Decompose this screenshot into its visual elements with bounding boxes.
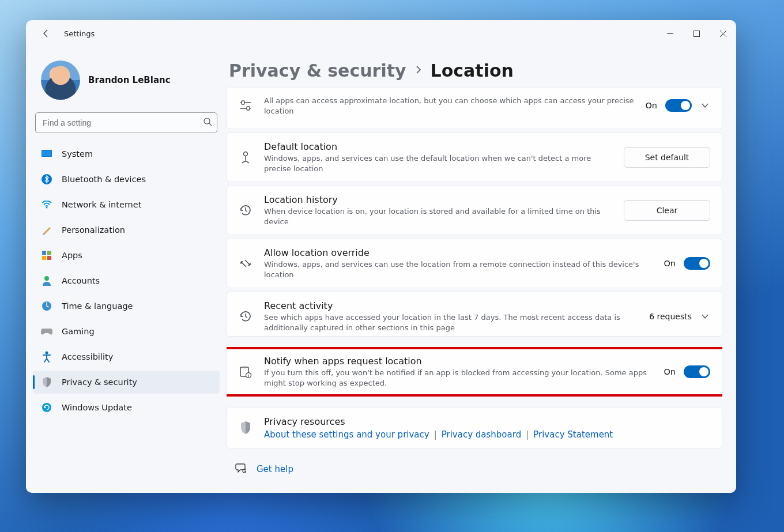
sidebar-item-privacy-security[interactable]: Privacy & security [33, 371, 220, 394]
sidebar-item-time-language[interactable]: Time & language [33, 295, 220, 318]
search-field[interactable] [43, 118, 203, 127]
get-help-link[interactable]: Get help [257, 464, 293, 474]
avatar [41, 61, 80, 100]
svg-rect-8 [42, 256, 46, 260]
sidebar-item-accounts[interactable]: Accounts [33, 269, 220, 292]
card-desc: When device location is on, your locatio… [264, 206, 613, 227]
clear-button[interactable]: Clear [624, 200, 710, 221]
breadcrumb: Privacy & security Location [227, 47, 722, 88]
profile-section[interactable]: Brandon LeBlanc [33, 51, 220, 112]
svg-text:i: i [248, 373, 249, 378]
search-input[interactable] [35, 112, 217, 133]
history-icon [238, 202, 254, 218]
svg-point-16 [244, 152, 248, 156]
person-icon [41, 275, 52, 286]
sidebar-item-personalization[interactable]: Personalization [33, 218, 220, 242]
apps-access-toggle[interactable] [665, 99, 692, 112]
nav-label: Bluetooth & devices [62, 175, 146, 184]
apps-icon [41, 250, 52, 261]
svg-point-1 [204, 118, 210, 124]
shield-icon [238, 420, 254, 436]
card-title: Allow location override [264, 247, 653, 258]
sidebar-item-windows-update[interactable]: Windows Update [33, 396, 220, 419]
card-desc: If you turn this off, you won't be notif… [264, 368, 653, 388]
breadcrumb-current: Location [431, 61, 514, 81]
maximize-button[interactable] [683, 20, 710, 47]
card-desc: Windows, apps, and services can use the … [264, 153, 613, 173]
update-icon [41, 402, 52, 413]
bluetooth-icon [41, 173, 52, 185]
card-location-history: Location history When device location is… [227, 186, 722, 235]
shield-icon [41, 376, 52, 388]
override-toggle[interactable] [684, 257, 710, 270]
sidebar-item-gaming[interactable]: Gaming [33, 320, 220, 343]
back-button[interactable] [36, 24, 56, 43]
svg-point-13 [42, 403, 51, 412]
svg-rect-9 [47, 256, 51, 260]
settings-cards: All apps can access approximate location… [227, 88, 722, 493]
sidebar-item-bluetooth[interactable]: Bluetooth & devices [33, 168, 220, 191]
nav-label: Gaming [62, 327, 95, 336]
content-area: Privacy & security Location All apps can… [227, 47, 736, 493]
accessibility-icon [41, 351, 52, 363]
svg-point-10 [44, 276, 49, 281]
card-default-location: Default location Windows, apps, and serv… [227, 133, 722, 182]
nav-label: System [62, 149, 93, 159]
svg-point-5 [46, 207, 48, 209]
svg-rect-6 [42, 251, 46, 255]
toggle-state: On [664, 367, 676, 376]
clock-globe-icon [41, 300, 52, 312]
nav-label: Privacy & security [62, 378, 137, 387]
card-title: Notify when apps request location [264, 356, 653, 367]
breadcrumb-parent[interactable]: Privacy & security [229, 61, 406, 81]
chevron-down-icon[interactable] [700, 100, 710, 111]
sidebar-item-apps[interactable]: Apps [33, 244, 220, 267]
wifi-icon [41, 199, 52, 210]
svg-rect-7 [47, 251, 51, 255]
profile-name: Brandon LeBlanc [88, 75, 171, 85]
link-privacy-statement[interactable]: Privacy Statement [533, 429, 613, 440]
card-desc: All apps can access approximate location… [264, 96, 635, 116]
help-row: Get help [227, 452, 722, 480]
card-recent-activity[interactable]: Recent activity See which apps have acce… [227, 292, 722, 337]
toggle-state: On [664, 259, 676, 268]
notify-icon: i [238, 364, 254, 380]
nav-label: Accessibility [62, 352, 113, 361]
window-title: Settings [64, 29, 95, 38]
card-desc: See which apps have accessed your locati… [264, 312, 639, 333]
sidebar: Brandon LeBlanc System Bluetooth & devi [26, 47, 227, 493]
card-title: Default location [264, 141, 613, 152]
chevron-down-icon[interactable] [700, 311, 710, 322]
map-pin-icon [238, 149, 254, 165]
paintbrush-icon [41, 224, 52, 236]
card-privacy-resources: Privacy resources About these settings a… [227, 407, 722, 448]
notify-toggle[interactable] [684, 365, 710, 378]
nav-label: Network & internet [62, 200, 141, 209]
close-button[interactable] [710, 20, 736, 47]
sidebar-item-accessibility[interactable]: Accessibility [33, 345, 220, 368]
settings-window: Settings Brandon LeBlanc [26, 20, 736, 493]
svg-rect-15 [247, 107, 250, 110]
chevron-right-icon [414, 65, 423, 76]
svg-rect-3 [42, 150, 51, 156]
gamepad-icon [41, 326, 52, 337]
link-about-settings[interactable]: About these settings and your privacy [264, 429, 429, 440]
requests-count: 6 requests [649, 312, 692, 321]
override-icon [238, 255, 254, 271]
card-location-override: Allow location override Windows, apps, a… [227, 239, 722, 288]
sidebar-item-system[interactable]: System [33, 142, 220, 165]
nav-label: Windows Update [62, 403, 132, 412]
card-title: Location history [264, 194, 613, 205]
sidebar-item-network[interactable]: Network & internet [33, 193, 220, 216]
nav-list: System Bluetooth & devices Network & int… [33, 142, 220, 419]
search-icon [203, 117, 212, 129]
link-privacy-dashboard[interactable]: Privacy dashboard [442, 429, 521, 440]
svg-point-12 [46, 352, 48, 354]
card-apps-access[interactable]: All apps can access approximate location… [227, 88, 722, 129]
set-default-button[interactable]: Set default [624, 147, 710, 168]
svg-rect-0 [693, 31, 699, 36]
minimize-button[interactable] [657, 20, 683, 47]
card-notify-location: i Notify when apps request location If y… [227, 347, 722, 397]
sliders-icon [238, 97, 254, 114]
card-title: Privacy resources [264, 416, 710, 427]
